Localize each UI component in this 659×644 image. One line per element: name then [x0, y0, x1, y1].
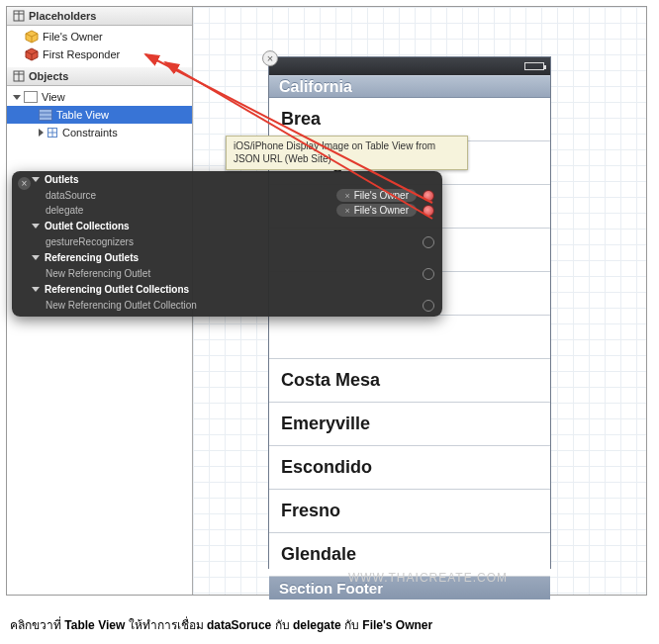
placeholders-header[interactable]: Placeholders: [7, 7, 192, 26]
gesture-recognizers-row[interactable]: gestureRecognizers: [12, 234, 442, 249]
connections-inspector-hud[interactable]: × Outlets dataSource ×File's Owner deleg…: [12, 171, 442, 317]
connection-dot-icon[interactable]: [423, 268, 434, 280]
close-icon[interactable]: ×: [18, 177, 31, 190]
chevron-down-icon: [32, 287, 40, 292]
chevron-down-icon: [32, 177, 40, 182]
placeholders-body: File's Owner First Responder: [7, 26, 192, 67]
xcode-canvas: Placeholders File's Owner First Responde…: [6, 6, 647, 596]
watermark: WWW.THAICREATE.COM: [348, 571, 508, 585]
statusbar: [269, 57, 550, 75]
objects-header[interactable]: Objects: [7, 67, 192, 86]
tableview-label: Table View: [56, 109, 109, 121]
cube-icon: [13, 70, 25, 82]
datasource-target-pill[interactable]: ×File's Owner: [336, 189, 417, 202]
referencing-outlet-collections-section-header[interactable]: Referencing Outlet Collections: [12, 281, 442, 298]
connection-dot-icon[interactable]: [423, 300, 434, 312]
close-icon[interactable]: ×: [262, 50, 278, 66]
objects-body: View Table View Constraints: [7, 86, 192, 145]
delegate-target-pill[interactable]: ×File's Owner: [336, 204, 417, 217]
outlet-collections-section-header[interactable]: Outlet Collections: [12, 218, 442, 234]
svg-rect-5: [40, 110, 52, 121]
referencing-outlets-section-header[interactable]: Referencing Outlets: [12, 249, 442, 266]
outlet-delegate-row[interactable]: delegate ×File's Owner: [12, 203, 442, 218]
new-referencing-outlet-row[interactable]: New Referencing Outlet: [12, 266, 442, 281]
tableview-icon: [39, 109, 52, 121]
connection-dot-icon[interactable]: [423, 205, 434, 217]
disconnect-icon[interactable]: ×: [344, 191, 349, 201]
outlets-section-header[interactable]: Outlets: [12, 171, 442, 188]
first-responder-row[interactable]: First Responder: [7, 46, 192, 63]
view-icon: [24, 91, 38, 103]
battery-icon: [524, 62, 544, 70]
table-row[interactable]: Emeryville: [269, 403, 550, 446]
disclosure-down-icon[interactable]: [13, 95, 21, 100]
files-owner-label: File's Owner: [43, 31, 103, 43]
constraints-icon: [47, 127, 58, 138]
svg-rect-4: [25, 92, 38, 103]
tableview-row[interactable]: Table View: [7, 106, 192, 124]
tooltip: iOS/iPhone Display Image on Table View f…: [226, 136, 468, 170]
view-label: View: [42, 91, 65, 103]
new-referencing-outlet-collection-row[interactable]: New Referencing Outlet Collection: [12, 298, 442, 313]
disconnect-icon[interactable]: ×: [344, 206, 349, 216]
disclosure-right-icon[interactable]: [39, 129, 44, 137]
constraints-label: Constraints: [62, 127, 118, 138]
table-row[interactable]: Fresno: [269, 490, 550, 533]
chevron-down-icon: [32, 255, 40, 260]
chevron-down-icon: [32, 224, 40, 229]
cube-icon: [13, 10, 25, 22]
connection-dot-icon[interactable]: [423, 236, 434, 248]
cube-red-icon: [25, 47, 39, 61]
objects-title: Objects: [29, 70, 68, 82]
first-responder-label: First Responder: [43, 48, 120, 60]
section-header: California: [269, 75, 550, 98]
constraints-row[interactable]: Constraints: [7, 124, 192, 141]
files-owner-row[interactable]: File's Owner: [7, 28, 192, 46]
view-row[interactable]: View: [7, 88, 192, 106]
table-row[interactable]: [269, 316, 550, 359]
caption: คลิกขวาที่ Table View ให้ทำการเชื่อม dat…: [0, 601, 659, 640]
placeholders-title: Placeholders: [29, 10, 96, 22]
cube-yellow-icon: [25, 30, 39, 44]
connection-dot-icon[interactable]: [423, 190, 434, 202]
table-row[interactable]: Escondido: [269, 446, 550, 490]
outlet-datasource-row[interactable]: dataSource ×File's Owner: [12, 188, 442, 203]
table-row[interactable]: Costa Mesa: [269, 359, 550, 403]
